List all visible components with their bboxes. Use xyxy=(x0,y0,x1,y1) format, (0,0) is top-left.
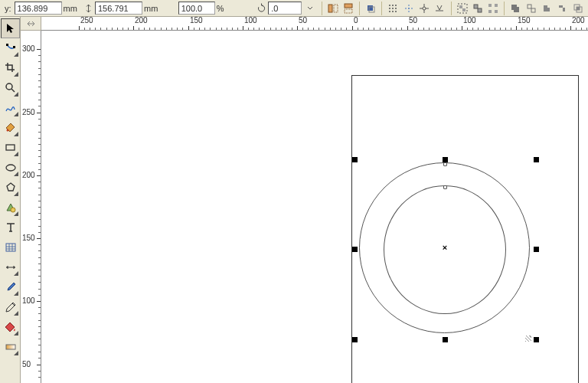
svg-point-9 xyxy=(389,8,390,9)
selection-handle[interactable] xyxy=(443,157,448,162)
svg-point-8 xyxy=(395,5,397,6)
snap-object-button[interactable] xyxy=(417,1,431,16)
shape-node[interactable] xyxy=(443,162,447,166)
group-button[interactable] xyxy=(455,1,469,16)
rotation-icon xyxy=(256,2,266,15)
svg-rect-40 xyxy=(6,345,15,349)
y-unit: mm xyxy=(64,4,77,13)
rotation-preset-dropdown[interactable] xyxy=(303,1,317,16)
snap-guide-button[interactable] xyxy=(401,1,415,16)
svg-rect-31 xyxy=(577,7,580,10)
scale-unit: % xyxy=(217,4,224,13)
property-bar: y: mm mm % xyxy=(0,0,588,17)
svg-rect-3 xyxy=(345,9,352,13)
y-label: y: xyxy=(5,4,11,13)
interactive-fill-icon xyxy=(5,341,17,353)
svg-rect-18 xyxy=(462,8,466,11)
snap-grid-button[interactable] xyxy=(386,1,400,16)
drag-indicator-icon xyxy=(525,336,534,343)
rectangle-tool[interactable] xyxy=(1,138,20,158)
selection-handle[interactable] xyxy=(534,157,539,162)
svg-point-11 xyxy=(395,8,397,9)
y-position-input[interactable] xyxy=(15,2,62,15)
fill-tool[interactable] xyxy=(1,317,20,337)
snap-baseline-button[interactable] xyxy=(433,1,446,16)
svg-rect-24 xyxy=(495,10,498,13)
vertical-ruler[interactable]: 30025020015010050 xyxy=(21,31,41,383)
svg-rect-32 xyxy=(6,44,8,46)
svg-point-34 xyxy=(6,83,12,90)
eyedropper-tool[interactable] xyxy=(1,277,20,297)
polygon-icon xyxy=(5,182,17,194)
svg-rect-23 xyxy=(488,10,492,13)
outline-tool[interactable] xyxy=(1,297,20,317)
svg-point-6 xyxy=(389,5,390,6)
to-front-button[interactable] xyxy=(364,1,377,16)
smart-fill-icon xyxy=(5,122,17,134)
basic-shapes-tool[interactable] xyxy=(1,198,20,218)
svg-rect-26 xyxy=(514,7,519,12)
height-unit: mm xyxy=(144,4,158,13)
svg-rect-20 xyxy=(478,8,482,12)
eyedropper-icon xyxy=(5,281,17,293)
text-tool[interactable] xyxy=(1,218,20,237)
shape-tool[interactable] xyxy=(1,38,20,58)
height-input[interactable] xyxy=(95,2,142,15)
crop-tool[interactable] xyxy=(1,58,20,78)
dimension-tool[interactable] xyxy=(1,257,20,277)
shape-node[interactable] xyxy=(443,185,447,189)
svg-rect-36 xyxy=(6,145,15,150)
height-icon xyxy=(83,2,93,15)
ellipse-icon xyxy=(5,162,17,174)
svg-rect-39 xyxy=(6,244,15,251)
ungroup-button[interactable] xyxy=(471,1,485,16)
svg-rect-4 xyxy=(368,5,373,11)
separator xyxy=(504,2,505,15)
selection-handle[interactable] xyxy=(352,157,358,162)
mirror-horizontal-button[interactable] xyxy=(325,1,339,16)
selection-handle[interactable] xyxy=(443,337,448,342)
drawing-canvas[interactable]: × xyxy=(41,31,588,383)
svg-rect-1 xyxy=(334,5,338,12)
smart-fill-tool[interactable] xyxy=(1,118,20,138)
dimension-icon xyxy=(5,261,17,273)
fill-icon xyxy=(5,321,17,333)
svg-rect-22 xyxy=(495,4,498,7)
svg-point-38 xyxy=(11,208,15,212)
selection-handle[interactable] xyxy=(534,337,539,342)
interactive-fill-tool[interactable] xyxy=(1,337,20,357)
crop-icon xyxy=(5,62,17,74)
selection-center-marker: × xyxy=(442,245,448,251)
table-tool[interactable] xyxy=(1,237,20,257)
ellipse-tool[interactable] xyxy=(1,158,20,178)
svg-point-15 xyxy=(423,7,426,10)
svg-rect-2 xyxy=(345,4,352,8)
separator xyxy=(322,2,322,15)
polygon-tool[interactable] xyxy=(1,178,20,198)
pick-tool[interactable] xyxy=(1,18,20,38)
break-apart-button[interactable] xyxy=(524,1,538,16)
svg-rect-0 xyxy=(328,5,332,12)
selection-handle[interactable] xyxy=(534,247,539,252)
ruler-origin-corner[interactable] xyxy=(21,17,41,31)
zoom-tool[interactable] xyxy=(1,78,20,98)
svg-rect-27 xyxy=(528,5,531,8)
freehand-tool[interactable] xyxy=(1,98,20,118)
trim-button[interactable] xyxy=(555,1,569,16)
selection-handle[interactable] xyxy=(352,337,358,342)
svg-rect-21 xyxy=(488,4,492,7)
weld-button[interactable] xyxy=(540,1,554,16)
rotation-input[interactable] xyxy=(268,2,302,15)
text-icon xyxy=(5,221,17,234)
intersect-button[interactable] xyxy=(571,1,585,16)
svg-point-12 xyxy=(389,11,390,12)
mirror-vertical-button[interactable] xyxy=(341,1,355,16)
svg-point-35 xyxy=(6,129,8,132)
horizontal-ruler[interactable]: 25020015010050050100150200 xyxy=(41,17,588,31)
svg-point-14 xyxy=(395,11,397,12)
selection-handle[interactable] xyxy=(352,247,358,252)
svg-rect-28 xyxy=(531,8,535,12)
ungroup-all-button[interactable] xyxy=(486,1,500,16)
scale-input[interactable] xyxy=(178,2,215,15)
combine-button[interactable] xyxy=(508,1,522,16)
